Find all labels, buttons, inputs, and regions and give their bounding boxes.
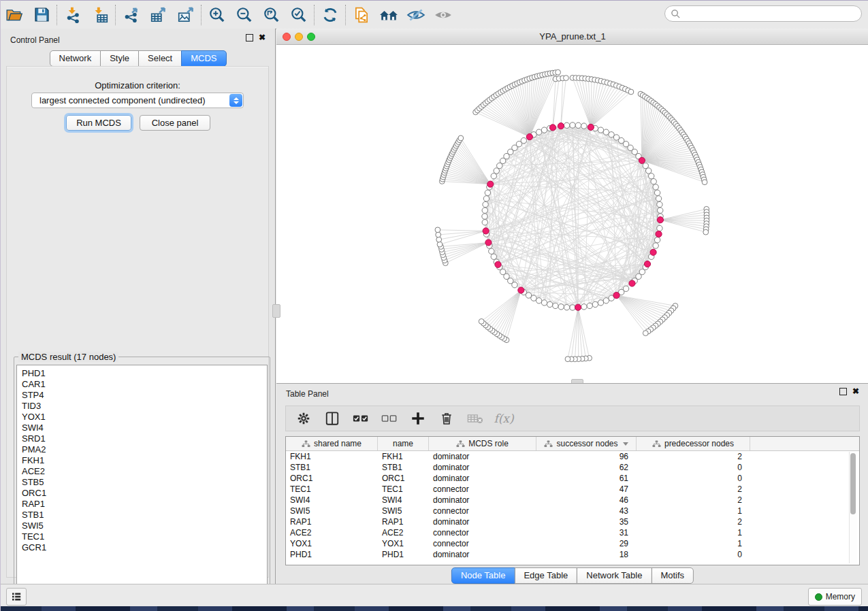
network-node[interactable]: [564, 305, 569, 310]
mcds-result-item[interactable]: ORC1: [22, 488, 267, 499]
mcds-hub-node[interactable]: [629, 280, 635, 286]
table-row[interactable]: YOX1YOX1connector291: [286, 538, 859, 549]
network-node[interactable]: [646, 168, 652, 174]
network-node[interactable]: [570, 122, 575, 128]
tab-edge-table[interactable]: Edge Table: [514, 567, 577, 584]
network-node[interactable]: [658, 208, 663, 213]
close-panel-button[interactable]: Close panel: [140, 115, 210, 131]
network-node[interactable]: [598, 300, 603, 306]
cell-shared-name[interactable]: YOX1: [286, 539, 378, 548]
table-row[interactable]: RAP1RAP1dominator352: [286, 516, 859, 527]
network-node[interactable]: [657, 225, 662, 231]
table-row[interactable]: SWI4SWI4dominator462: [286, 495, 859, 506]
mcds-result-item[interactable]: RAP1: [22, 499, 267, 510]
mcds-hub-node[interactable]: [650, 249, 656, 255]
cell-predecessor-nodes[interactable]: 0: [637, 474, 750, 483]
cell-MCDS-role[interactable]: dominator: [429, 452, 536, 461]
search-box[interactable]: [664, 5, 862, 22]
network-node[interactable]: [489, 248, 494, 254]
close-panel-icon[interactable]: ✖: [852, 389, 859, 395]
table-row[interactable]: PHD1PHD1dominator180: [286, 549, 859, 560]
network-node[interactable]: [482, 214, 487, 219]
mcds-hub-node[interactable]: [518, 287, 524, 293]
table-row[interactable]: SWI5SWI5connector431: [286, 506, 859, 516]
network-node[interactable]: [436, 237, 442, 242]
network-canvas[interactable]: [276, 45, 868, 383]
network-node[interactable]: [702, 180, 707, 185]
network-node[interactable]: [458, 135, 464, 141]
window-close-icon[interactable]: [283, 33, 291, 41]
mcds-result-item[interactable]: PHD1: [22, 368, 267, 379]
mcds-result-item[interactable]: GCR1: [22, 542, 267, 553]
network-node[interactable]: [541, 127, 547, 133]
function-builder-icon[interactable]: f(x): [494, 409, 513, 428]
cell-predecessor-nodes[interactable]: 1: [637, 506, 750, 516]
export-image-button[interactable]: [172, 3, 199, 27]
network-node[interactable]: [536, 129, 541, 135]
network-node[interactable]: [575, 122, 581, 128]
network-node[interactable]: [436, 232, 441, 237]
import-table-button[interactable]: [86, 3, 114, 27]
task-history-button[interactable]: [6, 588, 27, 606]
cell-successor-nodes[interactable]: 31: [536, 528, 637, 538]
mcds-hub-node[interactable]: [485, 240, 492, 246]
column-header-name[interactable]: name: [378, 437, 429, 450]
mcds-result-item[interactable]: STB5: [22, 477, 267, 488]
tab-network[interactable]: Network: [49, 50, 101, 67]
table-row[interactable]: FKH1FKH1dominator962: [286, 451, 859, 462]
mcds-result-list[interactable]: PHD1CAR1STP4TID3YOX1SWI4SRD1PMA2FKH1ACE2…: [16, 365, 268, 608]
mcds-result-item[interactable]: SWI4: [22, 423, 267, 433]
add-column-icon[interactable]: [408, 409, 428, 428]
mcds-result-item[interactable]: STB1: [22, 510, 267, 521]
mcds-hub-node[interactable]: [588, 124, 594, 130]
cell-successor-nodes[interactable]: 43: [536, 506, 637, 516]
network-node[interactable]: [643, 163, 648, 168]
network-node[interactable]: [565, 357, 570, 362]
tab-mcds[interactable]: MCDS: [181, 50, 226, 67]
cell-predecessor-nodes[interactable]: 2: [637, 495, 750, 505]
select-all-icon[interactable]: [351, 409, 370, 428]
cell-successor-nodes[interactable]: 46: [536, 495, 637, 505]
home-button[interactable]: [375, 3, 402, 27]
network-node[interactable]: [656, 196, 661, 201]
export-network-button[interactable]: [118, 3, 145, 27]
criterion-select[interactable]: largest connected component (undirected): [31, 93, 244, 108]
cell-successor-nodes[interactable]: 29: [536, 539, 637, 548]
network-node[interactable]: [603, 129, 609, 135]
network-node[interactable]: [587, 303, 592, 308]
cell-shared-name[interactable]: FKH1: [286, 452, 378, 461]
mcds-result-item[interactable]: ACE2: [22, 466, 267, 477]
mcds-hub-node[interactable]: [558, 123, 564, 129]
zoom-fit-button[interactable]: [258, 3, 285, 27]
network-node[interactable]: [479, 318, 484, 324]
network-node[interactable]: [547, 301, 552, 307]
network-node[interactable]: [483, 201, 488, 207]
zoom-out-button[interactable]: [231, 3, 258, 27]
tab-network-table[interactable]: Network Table: [577, 567, 652, 584]
window-zoom-icon[interactable]: [307, 33, 315, 41]
cell-shared-name[interactable]: SWI4: [286, 495, 378, 505]
mcds-result-item[interactable]: YOX1: [22, 412, 267, 423]
cell-shared-name[interactable]: ACE2: [286, 528, 378, 538]
network-node[interactable]: [558, 304, 564, 310]
cell-predecessor-nodes[interactable]: 2: [637, 452, 750, 461]
cell-MCDS-role[interactable]: connector: [429, 528, 536, 538]
network-node[interactable]: [521, 137, 526, 143]
table-row[interactable]: STB1STB1dominator620: [286, 462, 859, 473]
table-row[interactable]: ORC1ORC1dominator610: [286, 473, 859, 484]
cell-shared-name[interactable]: RAP1: [286, 517, 378, 527]
network-node[interactable]: [485, 190, 490, 195]
cell-name[interactable]: SWI4: [378, 495, 429, 505]
network-node[interactable]: [482, 220, 487, 225]
cell-predecessor-nodes[interactable]: 2: [637, 517, 750, 527]
tab-select[interactable]: Select: [138, 50, 182, 67]
cell-successor-nodes[interactable]: 47: [536, 484, 637, 494]
network-node[interactable]: [435, 227, 440, 233]
cell-shared-name[interactable]: SWI5: [286, 506, 378, 516]
mcds-hub-node[interactable]: [575, 304, 581, 310]
network-node[interactable]: [654, 237, 660, 242]
network-node[interactable]: [703, 229, 709, 235]
cell-MCDS-role[interactable]: dominator: [429, 463, 536, 472]
network-node[interactable]: [581, 123, 587, 129]
cell-predecessor-nodes[interactable]: 2: [637, 484, 750, 494]
